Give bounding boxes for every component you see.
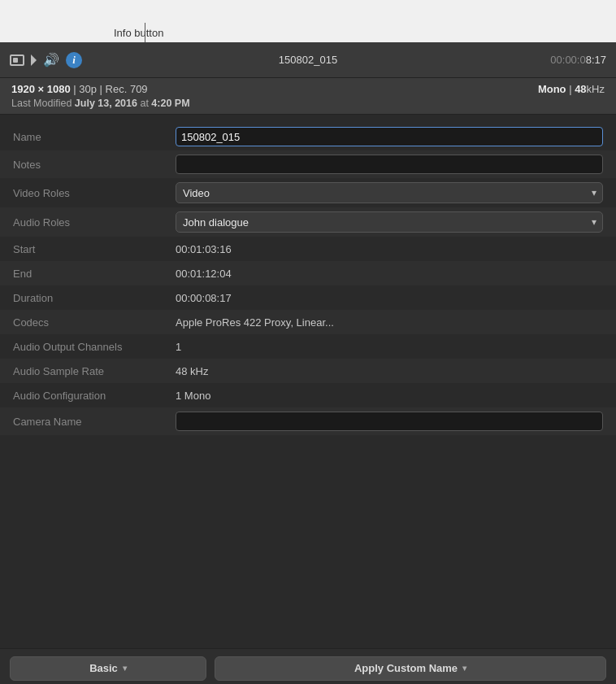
audio-roles-value-wrapper: John dialogue Dialogue Music Effects <box>176 211 603 233</box>
notes-label: Notes <box>13 159 176 171</box>
duration-row: Duration 00:00:08:17 <box>0 285 616 310</box>
flag-icon[interactable] <box>31 54 37 66</box>
info-bar: 1920 × 1080 | 30p | Rec. 709 Mono | 48kH… <box>0 78 616 115</box>
audio-sample-value: 48 kHz <box>176 365 603 377</box>
apply-button-label: Apply Custom Name <box>354 662 458 674</box>
start-row: Start 00:01:03:16 <box>0 237 616 261</box>
codecs-row: Codecs Apple ProRes 422 Proxy, Linear... <box>0 310 616 334</box>
name-input[interactable] <box>176 127 603 146</box>
properties-panel: Name Notes Video Roles Video Titles Grap… <box>0 115 616 435</box>
audio-unit: kHz <box>587 83 605 95</box>
annotation-text: Info button <box>114 27 163 39</box>
end-label: End <box>13 268 176 280</box>
duration-label: Duration <box>13 292 176 304</box>
info-icon[interactable]: i <box>66 52 82 68</box>
start-label: Start <box>13 243 176 255</box>
apply-chevron-icon: ▾ <box>462 664 466 673</box>
audio-roles-row: Audio Roles John dialogue Dialogue Music… <box>0 207 616 237</box>
timecode-main: 8:17 <box>586 54 606 66</box>
modified-suffix: at <box>137 98 151 109</box>
bottom-bar: Basic ▾ Apply Custom Name ▾ <box>0 648 616 684</box>
audio-label: Mono <box>538 83 566 95</box>
camera-name-row: Camera Name <box>0 407 616 435</box>
audio-roles-select-wrapper: John dialogue Dialogue Music Effects <box>176 211 603 233</box>
audio-sep: | <box>566 83 575 95</box>
audio-icon[interactable]: 🔊 <box>43 52 59 68</box>
end-row: End 00:01:12:04 <box>0 261 616 285</box>
name-value-wrapper <box>176 127 603 146</box>
apply-custom-name-button[interactable]: Apply Custom Name ▾ <box>215 656 606 681</box>
camera-name-value-wrapper <box>176 412 603 431</box>
modified-time: 4:20 PM <box>151 98 189 109</box>
name-row: Name <box>0 123 616 150</box>
audio-config-value: 1 Mono <box>176 390 603 402</box>
camera-name-input[interactable] <box>176 412 603 431</box>
video-roles-label: Video Roles <box>13 187 176 199</box>
info-bar-row2: Last Modified July 13, 2016 at 4:20 PM <box>11 98 605 109</box>
audio-config-row: Audio Configuration 1 Mono <box>0 383 616 407</box>
notes-value-wrapper <box>176 155 603 174</box>
annotation-line <box>145 23 145 42</box>
audio-sample-label: Audio Sample Rate <box>13 365 176 377</box>
toolbar-timecode: 00:00:08:17 <box>550 54 606 66</box>
audio-output-label: Audio Output Channels <box>13 341 176 353</box>
audio-config-label: Audio Configuration <box>13 390 176 402</box>
video-roles-value-wrapper: Video Titles Graphics <box>176 182 603 203</box>
basic-button[interactable]: Basic ▾ <box>10 656 206 681</box>
clip-icon[interactable] <box>10 54 24 66</box>
annotation-area: Info button <box>0 0 616 42</box>
modified-prefix: Last Modified <box>11 98 75 109</box>
resolution: 1920 × 1080 <box>11 83 71 95</box>
codecs-label: Codecs <box>13 316 176 329</box>
audio-sample-row: Audio Sample Rate 48 kHz <box>0 359 616 383</box>
info-bar-row1: 1920 × 1080 | 30p | Rec. 709 Mono | 48kH… <box>11 83 605 95</box>
codecs-value: Apple ProRes 422 Proxy, Linear... <box>176 316 603 329</box>
audio-roles-select[interactable]: John dialogue Dialogue Music Effects <box>176 211 603 233</box>
info-specs: 1920 × 1080 | 30p | Rec. 709 <box>11 83 148 95</box>
basic-chevron-icon: ▾ <box>123 664 127 673</box>
start-value: 00:01:03:16 <box>176 243 603 255</box>
info-audio: Mono | 48kHz <box>538 83 605 95</box>
timecode-prefix: 00:00:0 <box>550 54 585 66</box>
duration-value: 00:00:08:17 <box>176 292 603 304</box>
notes-row: Notes <box>0 150 616 178</box>
specs-detail: | 30p | Rec. 709 <box>73 83 147 95</box>
toolbar-title: 150802_015 <box>279 54 337 66</box>
basic-button-label: Basic <box>89 662 118 674</box>
audio-roles-label: Audio Roles <box>13 216 176 229</box>
video-roles-select[interactable]: Video Titles Graphics <box>176 182 603 203</box>
video-roles-row: Video Roles Video Titles Graphics <box>0 178 616 207</box>
notes-input[interactable] <box>176 155 603 174</box>
audio-output-value: 1 <box>176 341 603 353</box>
video-roles-select-wrapper: Video Titles Graphics <box>176 182 603 203</box>
camera-name-label: Camera Name <box>13 416 176 428</box>
end-value: 00:01:12:04 <box>176 268 603 280</box>
audio-output-row: Audio Output Channels 1 <box>0 334 616 359</box>
audio-rate: 48 <box>575 83 586 95</box>
toolbar-icons: 🔊 i <box>10 52 82 68</box>
toolbar: 🔊 i 150802_015 00:00:08:17 <box>0 42 616 78</box>
main-panel: 🔊 i 150802_015 00:00:08:17 1920 × 1080 |… <box>0 42 616 684</box>
modified-date: July 13, 2016 <box>75 98 137 109</box>
name-label: Name <box>13 131 176 143</box>
